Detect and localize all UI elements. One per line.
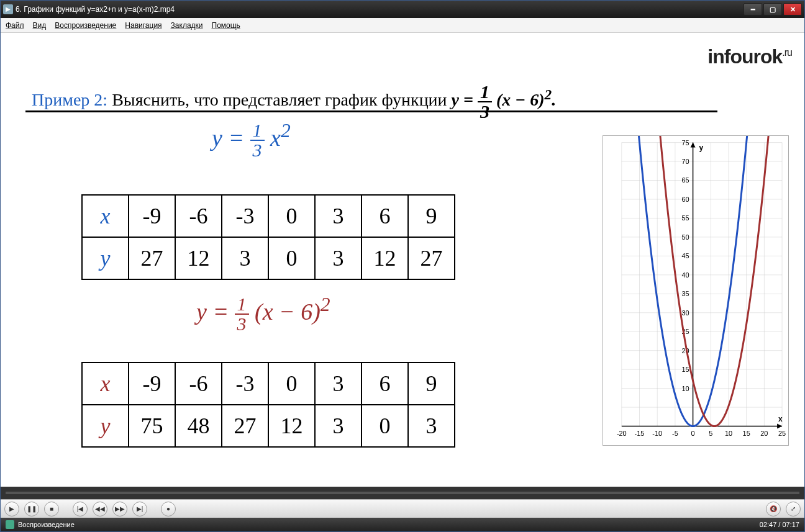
table-2: x -9-6 -30 36 9 y 7548 2712 30 3 [81, 362, 455, 448]
svg-text:65: 65 [681, 176, 689, 184]
svg-text:30: 30 [681, 309, 689, 317]
svg-marker-28 [691, 143, 696, 148]
seek-area[interactable] [1, 487, 804, 499]
pause-button[interactable]: ❚❚ [24, 502, 39, 516]
svg-text:20: 20 [760, 430, 768, 437]
time-display: 02:47 / 07:17 [760, 521, 799, 528]
rewind-button[interactable]: ◀◀ [93, 502, 107, 516]
close-button[interactable]: ✕ [783, 3, 802, 16]
menu-navigation[interactable]: Навигация [125, 21, 161, 30]
svg-text:15: 15 [743, 430, 750, 437]
menubar: Файл Вид Воспроизведение Навигация Закла… [1, 18, 804, 33]
svg-text:-15: -15 [635, 430, 645, 437]
svg-text:10: 10 [681, 385, 689, 392]
mute-button[interactable]: 🔇 [766, 502, 781, 516]
svg-text:x: x [778, 415, 783, 423]
controls: ▶ ❚❚ ■ |◀ ◀◀ ▶▶ ▶| ● 🔇 ⤢ [1, 499, 804, 518]
chart: yx-20-15-10-5051015202510152025303540455… [603, 135, 789, 446]
record-button[interactable]: ● [161, 502, 176, 516]
seek-bar[interactable] [6, 492, 799, 494]
svg-text:-5: -5 [672, 430, 678, 437]
window-buttons: ━ ▢ ✕ [744, 3, 802, 16]
svg-text:15: 15 [681, 366, 689, 373]
table-1: x -9-6 -30 36 9 y 2712 30 312 27 [81, 194, 455, 280]
svg-text:y: y [699, 143, 704, 152]
fullscreen-button[interactable]: ⤢ [786, 502, 801, 516]
menu-view[interactable]: Вид [33, 21, 47, 30]
svg-text:10: 10 [725, 430, 732, 437]
equation-1: y = 13 x2 [212, 120, 291, 160]
window-title: 6. Графики функций y=ax2+n и y=a(x-m)2.m… [16, 5, 744, 14]
play-button[interactable]: ▶ [4, 502, 19, 516]
menu-playback[interactable]: Воспроизведение [55, 21, 116, 30]
statusbar: Воспроизведение 02:47 / 07:17 [1, 518, 804, 531]
svg-text:0: 0 [691, 430, 695, 437]
skip-next-button[interactable]: ▶| [132, 502, 147, 516]
svg-text:-20: -20 [617, 430, 627, 437]
app-icon: ▶ [3, 4, 13, 14]
equation-2: y = 13 (x − 6)2 [196, 294, 330, 333]
forward-button[interactable]: ▶▶ [112, 502, 127, 516]
heading: Пример 2: Выяснить, что представляет гра… [32, 83, 556, 121]
svg-marker-29 [777, 424, 782, 429]
stop-button[interactable]: ■ [44, 502, 59, 516]
svg-text:50: 50 [681, 233, 689, 241]
skip-prev-button[interactable]: |◀ [73, 502, 88, 516]
app-window: ▶ 6. Графики функций y=ax2+n и y=a(x-m)2… [0, 0, 805, 532]
svg-text:55: 55 [681, 214, 689, 222]
logo: infourok.ru [707, 45, 792, 68]
status-text: Воспроизведение [18, 521, 756, 528]
svg-text:70: 70 [681, 158, 689, 165]
svg-text:60: 60 [681, 196, 689, 203]
svg-text:5: 5 [709, 430, 712, 437]
svg-text:25: 25 [778, 430, 786, 437]
play-status-icon [6, 520, 14, 529]
minimize-button[interactable]: ━ [744, 3, 762, 16]
video-content[interactable]: infourok.ru Пример 2: Выяснить, что пред… [1, 33, 804, 487]
svg-text:35: 35 [681, 290, 689, 297]
svg-text:45: 45 [681, 252, 689, 259]
menu-help[interactable]: Помощь [212, 21, 240, 30]
svg-text:75: 75 [681, 139, 689, 147]
titlebar[interactable]: ▶ 6. Графики функций y=ax2+n и y=a(x-m)2… [1, 1, 804, 18]
svg-text:40: 40 [681, 271, 689, 279]
menu-file[interactable]: Файл [6, 21, 24, 30]
menu-bookmarks[interactable]: Закладки [171, 21, 203, 30]
heading-divider [25, 110, 717, 112]
maximize-button[interactable]: ▢ [763, 3, 782, 16]
svg-text:-10: -10 [652, 430, 662, 437]
